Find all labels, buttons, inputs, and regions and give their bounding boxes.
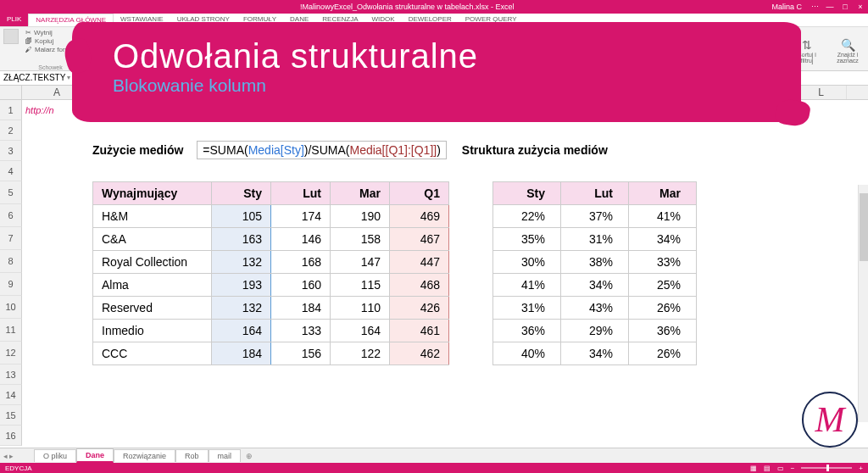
view-break-icon[interactable]: ▭ xyxy=(777,465,784,472)
zoom-in-button[interactable]: + xyxy=(859,465,863,472)
save-icon[interactable] xyxy=(15,3,24,11)
paste-icon xyxy=(3,29,19,44)
sheet-tab-mail[interactable]: mail xyxy=(209,449,242,462)
row-head[interactable]: 1 xyxy=(0,100,22,120)
select-all-corner[interactable] xyxy=(0,86,22,99)
col-mar-pct[interactable]: Mar xyxy=(629,182,697,205)
sheet-tab-bar: ◂▸ O pliku Dane Rozwiązanie Rob mail ⊕ xyxy=(0,448,868,463)
table-row: Inmedio164133164461 xyxy=(93,320,449,342)
col-wynajmujacy[interactable]: Wynajmujący xyxy=(93,182,212,205)
structure-table[interactable]: Sty Lut Mar 22%37%41% 35%31%34% 30%38%33… xyxy=(492,181,697,365)
window-title: !MalinowyExcel_Odwołania strukturalne w … xyxy=(47,3,766,11)
col-lut[interactable]: Lut xyxy=(271,182,331,205)
table-header-row: Wynajmujący Sty Lut Mar Q1 xyxy=(93,182,449,205)
ribbon-opts-icon[interactable]: ⋯ xyxy=(807,3,822,11)
zoom-slider[interactable] xyxy=(801,467,852,469)
table-row: 30%38%33% xyxy=(493,251,697,274)
row-headers: 1 2 3 4 5 6 7 8 9 10 11 12 13 14 15 16 xyxy=(0,100,22,446)
redo-icon[interactable] xyxy=(39,3,47,11)
zoom-out-button[interactable]: − xyxy=(791,465,795,472)
structure-label: Struktura zużycia mediów xyxy=(462,143,608,157)
table-row: 35%31%34% xyxy=(493,228,697,251)
table-row: H&M105174190469 xyxy=(93,205,449,228)
table-row: 40%34%26% xyxy=(493,342,697,365)
row-head[interactable]: 5 xyxy=(0,181,22,204)
minimize-button[interactable]: — xyxy=(822,3,837,11)
col-sty[interactable]: Sty xyxy=(212,182,271,205)
table-row: Alma193160115468 xyxy=(93,274,449,297)
chevron-down-icon[interactable]: ▾ xyxy=(67,74,70,81)
row-head[interactable]: 7 xyxy=(0,227,22,250)
user-name[interactable]: Malina C xyxy=(766,3,807,11)
col-lut-pct[interactable]: Lut xyxy=(561,182,629,205)
table-row: 41%34%25% xyxy=(493,274,697,297)
worksheet[interactable]: 1 2 3 4 5 6 7 8 9 10 11 12 13 14 15 16 h… xyxy=(0,100,868,448)
row-head[interactable]: 12 xyxy=(0,342,22,364)
qat xyxy=(0,3,47,11)
banner-subtitle: Blokowanie kolumn xyxy=(113,75,760,96)
row-head[interactable]: 2 xyxy=(0,120,22,141)
sheet-nav[interactable]: ◂▸ xyxy=(0,452,34,460)
table-row: 31%43%26% xyxy=(493,297,697,320)
col-q1[interactable]: Q1 xyxy=(390,182,449,205)
tab-plik[interactable]: PLIK xyxy=(0,14,28,26)
row-head[interactable]: 3 xyxy=(0,141,22,161)
row-head[interactable]: 10 xyxy=(0,296,22,319)
view-normal-icon[interactable]: ▦ xyxy=(750,465,757,472)
sheet-tab-rob[interactable]: Rob xyxy=(175,449,209,462)
col-sty-pct[interactable]: Sty xyxy=(493,182,561,205)
row-head[interactable]: 6 xyxy=(0,204,22,227)
group-find: 🔍 Znajdź i zaznacz xyxy=(827,27,868,70)
row-head[interactable]: 15 xyxy=(0,405,22,426)
view-layout-icon[interactable]: ▤ xyxy=(764,465,771,472)
table-row: 36%29%36% xyxy=(493,320,697,342)
table-row: Reserved132184110426 xyxy=(93,297,449,320)
row-head[interactable]: 9 xyxy=(0,273,22,296)
sheet-tab-rozwiazanie[interactable]: Rozwiązanie xyxy=(114,449,175,462)
table-row: C&A163146158467 xyxy=(93,228,449,251)
sheet-tab-dane[interactable]: Dane xyxy=(76,448,114,463)
excel-icon xyxy=(3,3,12,11)
table-row: CCC184156122462 xyxy=(93,342,449,365)
media-table[interactable]: Wynajmujący Sty Lut Mar Q1 H&M1051741904… xyxy=(92,181,449,365)
undo-icon[interactable] xyxy=(27,3,36,11)
close-button[interactable]: × xyxy=(853,3,868,11)
brand-logo: M xyxy=(802,392,858,448)
binoculars-icon: 🔍 xyxy=(832,38,863,52)
add-sheet-button[interactable]: ⊕ xyxy=(241,452,258,460)
table-header-row: Sty Lut Mar xyxy=(493,182,697,205)
title-banner: Odwołania strukturalne Blokowanie kolumn xyxy=(72,22,801,122)
table-row: Royal Collection132168147447 xyxy=(93,251,449,274)
scrollbar-thumb[interactable] xyxy=(860,193,868,261)
status-bar: EDYCJA ▦ ▤ ▭ − + xyxy=(0,463,868,473)
table-row: 22%37%41% xyxy=(493,205,697,228)
row-head[interactable]: 11 xyxy=(0,319,22,342)
status-mode: EDYCJA xyxy=(5,465,32,472)
row-head[interactable]: 16 xyxy=(0,426,22,446)
col-mar[interactable]: Mar xyxy=(331,182,390,205)
title-bar: !MalinowyExcel_Odwołania strukturalne w … xyxy=(0,0,868,14)
row-head[interactable]: 14 xyxy=(0,385,22,405)
vertical-scrollbar[interactable] xyxy=(858,185,868,422)
col-head-l[interactable]: L xyxy=(796,86,847,99)
find-select-button[interactable]: 🔍 Znajdź i zaznacz xyxy=(832,36,863,64)
banner-title: Odwołania strukturalne xyxy=(113,37,760,75)
formula-cell[interactable]: =SUMA(Media[Sty])/SUMA(Media[[Q1]:[Q1]]) xyxy=(197,141,447,159)
usage-label: Zużycie mediów xyxy=(92,143,183,157)
maximize-button[interactable]: □ xyxy=(837,3,853,11)
row-head[interactable]: 4 xyxy=(0,161,22,181)
row-head[interactable]: 8 xyxy=(0,250,22,273)
sheet-tab-opliku[interactable]: O pliku xyxy=(34,449,76,462)
row-head[interactable]: 13 xyxy=(0,364,22,385)
paste-button[interactable] xyxy=(3,29,19,44)
name-box[interactable]: ZŁĄCZ.TEKSTY ▾ xyxy=(0,71,75,86)
